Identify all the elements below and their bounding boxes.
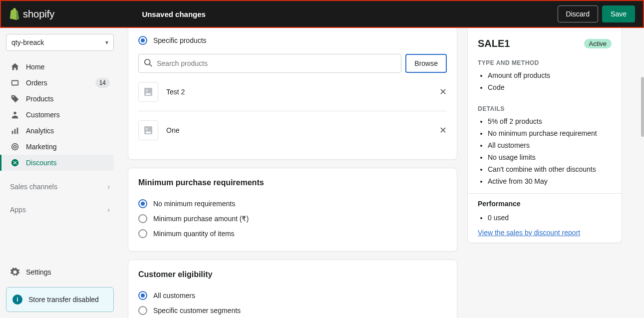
main-content: Specific products Browse: [120, 28, 644, 318]
radio-icon: [138, 214, 147, 223]
list-item: Code: [488, 81, 612, 93]
tag-icon: [10, 94, 20, 104]
sidebar-item-marketing[interactable]: Marketing: [6, 139, 114, 155]
svg-point-9: [15, 163, 16, 164]
selected-product-row: One ✕: [138, 111, 447, 149]
brand-text: shopify: [23, 8, 54, 20]
list-item: Active from 30 May: [488, 175, 612, 187]
remove-product-button[interactable]: ✕: [439, 86, 447, 97]
minimum-purchase-card: Minimum purchase requirements No minimum…: [128, 168, 457, 252]
svg-point-5: [12, 144, 18, 150]
transfer-text: Store transfer disabled: [28, 296, 99, 304]
orders-icon: [10, 78, 20, 88]
unsaved-bar: shopify Unsaved changes Discard Save: [0, 0, 644, 28]
sidebar-item-label: Analytics: [26, 127, 54, 135]
search-icon: [144, 58, 153, 69]
svg-point-1: [13, 112, 16, 114]
scrollbar-thumb[interactable]: [641, 77, 644, 137]
radio-label: No minimum requirements: [153, 200, 235, 208]
performance-list: 0 used: [478, 212, 612, 224]
shopify-bag-icon: [9, 8, 20, 20]
svg-point-6: [13, 145, 16, 148]
sidebar-item-discounts[interactable]: Discounts: [0, 155, 114, 171]
marketing-icon: [10, 142, 20, 152]
svg-point-14: [146, 128, 148, 130]
info-icon: i: [12, 295, 22, 305]
scrollbar-track: [641, 28, 644, 318]
card-title: Customer eligibility: [138, 270, 447, 279]
remove-product-button[interactable]: ✕: [439, 125, 447, 136]
sidebar-item-analytics[interactable]: Analytics: [6, 123, 114, 139]
save-button[interactable]: Save: [602, 5, 635, 22]
radio-icon: [138, 291, 147, 300]
radio-icon: [138, 199, 147, 208]
sidebar-item-settings[interactable]: Settings: [6, 263, 114, 281]
browse-button[interactable]: Browse: [405, 54, 447, 73]
radio-no-minimum[interactable]: No minimum requirements: [138, 196, 447, 211]
type-method-label: TYPE AND METHOD: [478, 59, 612, 66]
sidebar-item-label: Marketing: [26, 143, 56, 151]
list-item: 5% off 2 products: [488, 115, 612, 127]
sidebar-item-label: Products: [26, 95, 53, 103]
radio-label: Specific customer segments: [153, 307, 241, 315]
product-name: Test 2: [166, 88, 185, 96]
chevron-right-icon: ›: [107, 183, 110, 191]
svg-rect-4: [17, 128, 18, 134]
radio-label: All customers: [153, 292, 195, 300]
person-icon: [10, 110, 20, 120]
radio-min-quantity[interactable]: Minimum quantity of items: [138, 226, 447, 241]
product-search[interactable]: [138, 54, 401, 73]
radio-icon: [138, 229, 147, 238]
summary-card: SALE1 Active TYPE AND METHOD Amount off …: [467, 28, 622, 243]
status-badge: Active: [584, 39, 612, 48]
radio-specific-products[interactable]: Specific products: [138, 33, 447, 48]
list-item: No usage limits: [488, 151, 612, 163]
applies-to-card: Specific products Browse: [128, 28, 457, 160]
sidebar-item-products[interactable]: Products: [6, 91, 114, 107]
radio-label: Minimum purchase amount (₹): [153, 215, 249, 223]
home-icon: [10, 62, 20, 72]
details-list: 5% off 2 products No minimum purchase re…: [478, 115, 612, 187]
discount-code-title: SALE1: [478, 38, 510, 49]
svg-rect-2: [12, 131, 13, 134]
chevron-right-icon: ›: [107, 206, 110, 214]
sidebar-item-label: Orders: [26, 79, 47, 87]
list-item: All customers: [488, 139, 612, 151]
list-item: 0 used: [488, 212, 612, 224]
performance-label: Performance: [478, 200, 612, 208]
sidebar-item-customers[interactable]: Customers: [6, 107, 114, 123]
orders-badge: 14: [95, 78, 110, 88]
sidebar: qty-breack ▾ Home Orders 14 Products: [0, 28, 120, 318]
sales-channels-section[interactable]: Sales channels ›: [6, 180, 114, 194]
radio-icon: [138, 306, 147, 315]
view-report-link[interactable]: View the sales by discount report: [478, 229, 580, 237]
store-name: qty-breack: [11, 38, 44, 46]
list-item: No minimum purchase requirement: [488, 127, 612, 139]
svg-point-12: [146, 90, 148, 91]
sidebar-item-label: Discounts: [26, 159, 56, 167]
sidebar-item-label: Customers: [26, 111, 60, 119]
radio-all-customers[interactable]: All customers: [138, 288, 447, 303]
radio-min-amount[interactable]: Minimum purchase amount (₹): [138, 211, 447, 226]
shopify-logo: shopify: [9, 8, 54, 20]
gear-icon: [10, 267, 20, 277]
svg-rect-3: [14, 129, 16, 134]
unsaved-title: Unsaved changes: [142, 10, 206, 18]
sidebar-item-label: Home: [26, 63, 44, 71]
product-search-input[interactable]: [157, 59, 396, 67]
sidebar-item-home[interactable]: Home: [6, 59, 114, 75]
discard-button[interactable]: Discard: [558, 5, 598, 22]
list-item: Amount off products: [488, 69, 612, 81]
list-item: Can't combine with other discounts: [488, 163, 612, 175]
radio-specific-segments[interactable]: Specific customer segments: [138, 303, 447, 318]
product-name: One: [166, 126, 179, 134]
store-switcher[interactable]: qty-breack ▾: [6, 34, 114, 51]
type-method-list: Amount off products Code: [478, 69, 612, 93]
card-title: Minimum purchase requirements: [138, 178, 447, 187]
radio-label: Minimum quantity of items: [153, 230, 235, 238]
store-transfer-banner: i Store transfer disabled: [6, 287, 114, 312]
apps-section[interactable]: Apps ›: [6, 203, 114, 217]
image-placeholder-icon: [138, 82, 158, 102]
sidebar-item-orders[interactable]: Orders 14: [6, 75, 114, 91]
svg-point-10: [145, 59, 150, 64]
